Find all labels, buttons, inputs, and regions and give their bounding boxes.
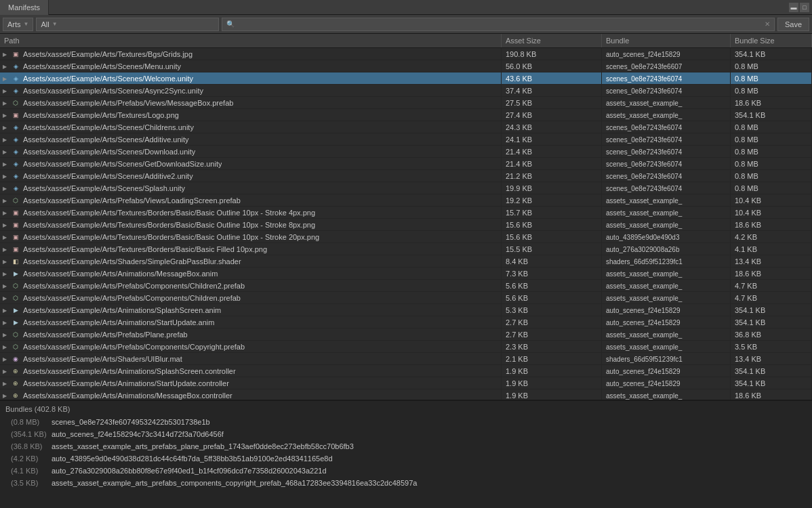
table-row[interactable]: ▶ ◈ Assets/xasset/Example/Arts/Scenes/Me… (0, 60, 812, 72)
expand-icon[interactable]: ▶ (1, 295, 8, 301)
expand-icon[interactable]: ▶ (1, 270, 8, 277)
table-row[interactable]: ▶ ⬡ Assets/xasset/Example/Arts/Prefabs/C… (0, 292, 812, 304)
cell-asset-size: 5.3 KB (502, 304, 602, 316)
expand-icon[interactable]: ▶ (1, 148, 8, 155)
bundle-list: (0.8 MB)scenes_0e8e7243fe60749532422b530… (5, 416, 807, 489)
all-dropdown[interactable]: All ▼ (36, 18, 219, 31)
expand-icon[interactable]: ▶ (1, 75, 8, 82)
cell-path: ▶ ▶ Assets/xasset/Example/Arts/Animation… (0, 268, 502, 280)
cell-asset-size: 24.1 KB (502, 133, 602, 146)
search-clear-icon[interactable]: ✕ (765, 20, 770, 28)
expand-icon[interactable]: ▶ (1, 161, 8, 167)
expand-icon[interactable]: ▶ (1, 246, 8, 253)
table-row[interactable]: ▶ ▣ Assets/xasset/Example/Arts/Textures/… (0, 243, 812, 255)
arts-dropdown[interactable]: Arts ▼ (3, 18, 33, 31)
cell-bundle: scenes_0e8e7243fe6074 (602, 85, 731, 97)
tab-manifests[interactable]: Manifests (0, 0, 49, 15)
table-row[interactable]: ▶ ▣ Assets/xasset/Example/Arts/Textures/… (0, 48, 812, 60)
maximize-button[interactable]: □ (800, 3, 809, 12)
table-row[interactable]: ▶ ⬡ Assets/xasset/Example/Arts/Prefabs/P… (0, 329, 812, 341)
cell-path: ▶ ▣ Assets/xasset/Example/Arts/Textures/… (0, 48, 502, 60)
expand-icon[interactable]: ▶ (1, 343, 8, 350)
cell-bundle: assets_xasset_example_ (602, 292, 731, 304)
prefab-icon: ⬡ (11, 281, 20, 291)
expand-icon[interactable]: ▶ (1, 356, 8, 362)
cell-bundle: auto_scenes_f24e15829 (602, 48, 731, 60)
cell-asset-size: 2.3 KB (502, 341, 602, 353)
texture-icon: ▣ (11, 220, 20, 230)
path-text: Assets/xasset/Example/Arts/Scenes/Additi… (23, 172, 193, 180)
expand-icon[interactable]: ▶ (1, 209, 8, 216)
scene-icon: ◈ (11, 135, 20, 144)
cell-bundle-size: 4.2 KB (731, 231, 812, 243)
expand-icon[interactable]: ▶ (1, 136, 8, 143)
table-row[interactable]: ▶ ◈ Assets/xasset/Example/Arts/Scenes/We… (0, 72, 812, 85)
table-row[interactable]: ▶ ◧ Assets/xasset/Example/Arts/Shaders/S… (0, 255, 812, 268)
table-row[interactable]: ▶ ▶ Assets/xasset/Example/Arts/Animation… (0, 304, 812, 316)
expand-icon[interactable]: ▶ (1, 87, 8, 94)
table-row[interactable]: ▶ ◈ Assets/xasset/Example/Arts/Scenes/Ad… (0, 170, 812, 182)
cell-bundle: assets_xasset_example_ (602, 97, 731, 109)
table-row[interactable]: ▶ ▣ Assets/xasset/Example/Arts/Textures/… (0, 219, 812, 231)
expand-icon[interactable]: ▶ (1, 331, 8, 338)
table-row[interactable]: ▶ ⬡ Assets/xasset/Example/Arts/Prefabs/C… (0, 341, 812, 353)
table-row[interactable]: ▶ ⬡ Assets/xasset/Example/Arts/Prefabs/V… (0, 194, 812, 207)
bundle-item-name: auto_43895e9d0e490d38d281dc44c64fb7da_5f… (52, 454, 333, 463)
minimize-button[interactable]: ▬ (789, 3, 798, 12)
cell-asset-size: 19.9 KB (502, 182, 602, 194)
table-row[interactable]: ▶ ▣ Assets/xasset/Example/Arts/Textures/… (0, 109, 812, 121)
expand-icon[interactable]: ▶ (1, 100, 8, 106)
table-row[interactable]: ▶ ◈ Assets/xasset/Example/Arts/Scenes/Ge… (0, 158, 812, 170)
bundles-title: Bundles (402.8 KB) (5, 405, 807, 413)
expand-icon[interactable]: ▶ (1, 173, 8, 179)
expand-icon[interactable]: ▶ (1, 63, 8, 70)
expand-icon[interactable]: ▶ (1, 258, 8, 265)
ctrl-icon: ⊕ (11, 379, 20, 388)
expand-icon[interactable]: ▶ (1, 234, 8, 240)
bundle-list-item: (0.8 MB)scenes_0e8e7243fe60749532422b530… (5, 416, 807, 428)
cell-bundle: scenes_0e8e7243fe6074 (602, 182, 731, 194)
expand-icon[interactable]: ▶ (1, 392, 8, 399)
cell-bundle-size: 18.6 KB (731, 97, 812, 109)
path-text: Assets/xasset/Example/Arts/Scenes/Async2… (23, 87, 203, 95)
path-text: Assets/xasset/Example/Arts/Textures/Logo… (23, 111, 179, 119)
cell-path: ▶ ◈ Assets/xasset/Example/Arts/Scenes/We… (0, 72, 502, 85)
table-row[interactable]: ▶ ⬡ Assets/xasset/Example/Arts/Prefabs/V… (0, 97, 812, 109)
table-row[interactable]: ▶ ◉ Assets/xasset/Example/Arts/Shaders/U… (0, 353, 812, 365)
cell-bundle-size: 3.5 KB (731, 341, 812, 353)
table-row[interactable]: ▶ ⊕ Assets/xasset/Example/Arts/Animation… (0, 389, 812, 400)
table-row[interactable]: ▶ ▶ Assets/xasset/Example/Arts/Animation… (0, 268, 812, 280)
cell-bundle: auto_scenes_f24e15829 (602, 377, 731, 389)
search-input[interactable] (237, 20, 764, 28)
save-button[interactable]: Save (777, 18, 809, 31)
expand-icon[interactable]: ▶ (1, 307, 8, 314)
table-row[interactable]: ▶ ⊕ Assets/xasset/Example/Arts/Animation… (0, 365, 812, 377)
expand-icon[interactable]: ▶ (1, 380, 8, 387)
cell-path: ▶ ◧ Assets/xasset/Example/Arts/Shaders/S… (0, 255, 502, 268)
table-row[interactable]: ▶ ⬡ Assets/xasset/Example/Arts/Prefabs/C… (0, 280, 812, 292)
table-row[interactable]: ▶ ◈ Assets/xasset/Example/Arts/Scenes/Ch… (0, 121, 812, 133)
asset-table[interactable]: Path Asset Size Bundle Bundle Size ▶ ▣ A… (0, 34, 812, 400)
table-row[interactable]: ▶ ⊕ Assets/xasset/Example/Arts/Animation… (0, 377, 812, 389)
expand-icon[interactable]: ▶ (1, 124, 8, 131)
table-row[interactable]: ▶ ▣ Assets/xasset/Example/Arts/Textures/… (0, 231, 812, 243)
cell-bundle: shaders_66d59f51239fc1 (602, 353, 731, 365)
bundle-item-size: (4.1 KB) (11, 465, 52, 477)
expand-icon[interactable]: ▶ (1, 282, 8, 289)
search-bar[interactable]: 🔍 ✕ (222, 18, 774, 31)
cell-bundle: assets_xasset_example_ (602, 341, 731, 353)
expand-icon[interactable]: ▶ (1, 185, 8, 192)
expand-icon[interactable]: ▶ (1, 368, 8, 375)
expand-icon[interactable]: ▶ (1, 51, 8, 58)
table-row[interactable]: ▶ ◈ Assets/xasset/Example/Arts/Scenes/Do… (0, 146, 812, 158)
table-row[interactable]: ▶ ◈ Assets/xasset/Example/Arts/Scenes/As… (0, 85, 812, 97)
expand-icon[interactable]: ▶ (1, 112, 8, 119)
table-row[interactable]: ▶ ◈ Assets/xasset/Example/Arts/Scenes/Sp… (0, 182, 812, 194)
expand-icon[interactable]: ▶ (1, 319, 8, 326)
table-row[interactable]: ▶ ◈ Assets/xasset/Example/Arts/Scenes/Ad… (0, 133, 812, 146)
cell-asset-size: 43.6 KB (502, 72, 602, 85)
table-row[interactable]: ▶ ▣ Assets/xasset/Example/Arts/Textures/… (0, 207, 812, 219)
expand-icon[interactable]: ▶ (1, 221, 8, 228)
table-row[interactable]: ▶ ▶ Assets/xasset/Example/Arts/Animation… (0, 316, 812, 329)
expand-icon[interactable]: ▶ (1, 197, 8, 204)
